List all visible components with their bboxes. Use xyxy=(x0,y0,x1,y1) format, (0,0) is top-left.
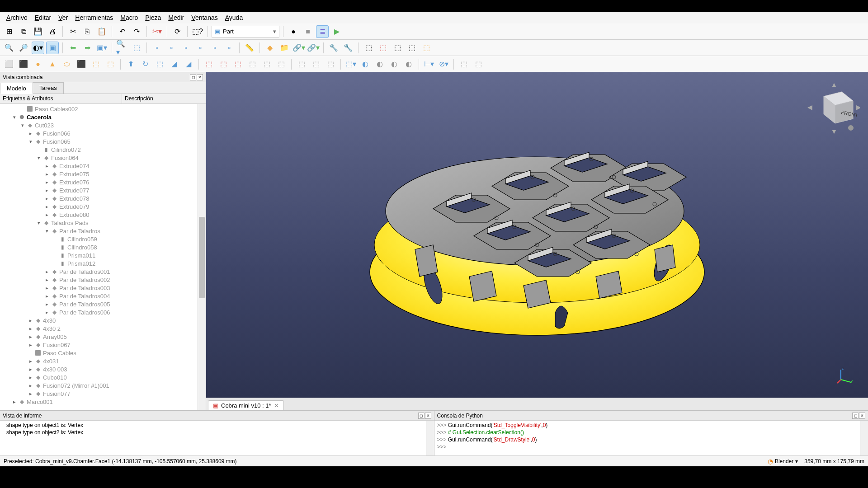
close-icon[interactable]: ✕ xyxy=(859,413,865,419)
tree-node[interactable]: ▸4x30 2 xyxy=(0,324,206,333)
boolean-icon[interactable]: ◐ xyxy=(359,58,372,70)
tree-node[interactable]: Paso Cables xyxy=(0,349,206,357)
common-icon[interactable]: ◐ xyxy=(402,58,415,70)
print-icon[interactable]: 🖨 xyxy=(46,25,59,38)
new-icon[interactable]: ⊞ xyxy=(3,25,15,38)
paste-icon[interactable]: 📋 xyxy=(95,25,108,38)
tree-node[interactable]: ▸4x30 003 xyxy=(0,365,206,373)
m1-icon[interactable]: 🔧 xyxy=(327,42,340,54)
torus-icon[interactable]: ⬭ xyxy=(61,58,73,70)
whatsthis-icon[interactable]: ⬚? xyxy=(191,25,204,38)
revolve-icon[interactable]: ↻ xyxy=(139,58,151,70)
menu-herramientas[interactable]: Herramientas xyxy=(71,13,117,23)
open-icon[interactable]: ⧉ xyxy=(17,25,30,38)
tree-node[interactable]: ▸Par de Taladros001 xyxy=(0,267,206,276)
rear-icon[interactable]: ▫ xyxy=(194,42,207,54)
proj-icon[interactable]: ⬚ xyxy=(295,58,308,70)
bottom-icon[interactable]: ▫ xyxy=(208,42,221,54)
menu-archivo[interactable]: Archivo xyxy=(3,13,31,23)
detach-icon[interactable]: ◻ xyxy=(190,74,196,80)
menu-pieza[interactable]: Pieza xyxy=(142,13,165,23)
model-tree[interactable]: Paso Cables002▾Cacerola▾Cut023▸Fusion066… xyxy=(0,104,206,410)
doc-tab[interactable]: ▣ Cobra mini v10 : 1* ✕ xyxy=(208,400,284,410)
zoom-sel-icon[interactable]: 🔎 xyxy=(17,42,30,54)
tree-node[interactable]: ▸Extrude074 xyxy=(0,162,206,170)
m5-icon[interactable]: ⬚ xyxy=(391,42,404,54)
macros-icon[interactable]: ≣ xyxy=(316,25,329,38)
tree-node[interactable]: Cilindro058 xyxy=(0,243,206,251)
tree-node[interactable]: ▾Cut023 xyxy=(0,121,206,129)
redo-icon[interactable]: ↷ xyxy=(130,25,143,38)
linkview-icon[interactable]: ▣▾ xyxy=(95,42,108,54)
rec-icon[interactable]: ● xyxy=(287,25,300,38)
tree-node[interactable]: ▸Par de Taladros003 xyxy=(0,284,206,292)
m7-icon[interactable]: ⬚ xyxy=(420,42,433,54)
tree-node[interactable]: Cilindro072 xyxy=(0,145,206,154)
tab-tasks[interactable]: Tareas xyxy=(33,82,64,94)
chamfer-icon[interactable]: ◢ xyxy=(182,58,195,70)
detach-icon[interactable]: ◻ xyxy=(418,413,425,419)
menu-ventanas[interactable]: Ventanas xyxy=(188,13,221,23)
bbox-icon[interactable]: ▣ xyxy=(46,42,59,54)
close-icon[interactable]: ✕ xyxy=(197,74,203,80)
tree-node[interactable]: ▸Extrude078 xyxy=(0,194,206,202)
cube-icon[interactable]: ⬜ xyxy=(3,58,15,70)
e3-icon[interactable]: ⬚ xyxy=(324,58,337,70)
fuse-icon[interactable]: ◐ xyxy=(388,58,401,70)
zoom-fit-icon[interactable]: 🔍 xyxy=(3,42,15,54)
tree-node[interactable]: ▸Fusion072 (Mirror #1)001 xyxy=(0,381,206,389)
check-icon[interactable]: ⬚ xyxy=(458,58,470,70)
detach-icon[interactable]: ◻ xyxy=(852,413,859,419)
drawstyle-icon[interactable]: ◐▾ xyxy=(32,42,44,54)
3d-viewport[interactable]: FRONT ▲▼ ◀▶ z y xyxy=(206,72,868,398)
tree-node[interactable]: ▸Fusion077 xyxy=(0,389,206,398)
tree-node[interactable]: Prisma011 xyxy=(0,251,206,259)
mirror-icon[interactable]: ⬚ xyxy=(153,58,166,70)
tree-node[interactable]: ▸Extrude076 xyxy=(0,178,206,186)
sphere-icon[interactable]: ● xyxy=(32,58,44,70)
fillet-icon[interactable]: ◢ xyxy=(168,58,180,70)
tree-scrollbar[interactable] xyxy=(198,104,206,410)
tree-node[interactable]: ▾Taladros Pads xyxy=(0,219,206,227)
tree-node[interactable]: ▾Fusion065 xyxy=(0,137,206,145)
link-icon[interactable]: 🔗▾ xyxy=(292,42,305,54)
cut2-icon[interactable]: ✂▾ xyxy=(151,25,163,38)
tab-model[interactable]: Modelo xyxy=(0,83,33,94)
tree-node[interactable]: ▸Extrude077 xyxy=(0,186,206,194)
split-icon[interactable]: ⊘▾ xyxy=(437,58,450,70)
m4-icon[interactable]: ⬚ xyxy=(377,42,389,54)
left-icon[interactable]: ▫ xyxy=(223,42,236,54)
tree-node[interactable]: Prisma012 xyxy=(0,259,206,267)
tree-node[interactable]: ▸Array005 xyxy=(0,333,206,341)
group-icon[interactable]: 📁 xyxy=(278,42,291,54)
cone-icon[interactable]: ▲ xyxy=(46,58,59,70)
extrude-icon[interactable]: ⬆ xyxy=(124,58,137,70)
tree-node[interactable]: ▸Par de Taladros005 xyxy=(0,300,206,308)
nav-fwd-icon[interactable]: ➡ xyxy=(81,42,94,54)
thick-icon[interactable]: ⬚ xyxy=(275,58,288,70)
ruled-icon[interactable]: ⬚ xyxy=(203,58,215,70)
refresh-icon[interactable]: ⟳ xyxy=(171,25,184,38)
tree-node[interactable]: ▾Par de Taladros xyxy=(0,227,206,235)
iso-icon[interactable]: ⬚ xyxy=(130,42,143,54)
cut-icon[interactable]: ✂ xyxy=(66,25,79,38)
zoom-icon[interactable]: 🔍▾ xyxy=(116,42,128,54)
measure-icon[interactable]: 📏 xyxy=(243,42,256,54)
attach-icon[interactable]: ⬚ xyxy=(310,58,322,70)
sweep-icon[interactable]: ⬚ xyxy=(231,58,244,70)
menu-medir[interactable]: Medir xyxy=(165,13,188,23)
right-icon[interactable]: ▫ xyxy=(179,42,192,54)
top-icon[interactable]: ▫ xyxy=(165,42,178,54)
copy-icon[interactable]: ⎘ xyxy=(81,25,94,38)
menu-macro[interactable]: Macro xyxy=(117,13,142,23)
offset-icon[interactable]: ⬚ xyxy=(246,58,259,70)
close-icon[interactable]: ✕ xyxy=(274,402,279,409)
tree-node[interactable]: Cilindro059 xyxy=(0,235,206,243)
tree-node[interactable]: ▸Extrude075 xyxy=(0,170,206,178)
offset2-icon[interactable]: ⬚ xyxy=(260,58,273,70)
defeature-icon[interactable]: ⬚ xyxy=(472,58,485,70)
builder-icon[interactable]: ⬚ xyxy=(104,58,117,70)
tree-node[interactable]: ▸Fusion067 xyxy=(0,341,206,349)
tree-node[interactable]: ▸Extrude080 xyxy=(0,211,206,219)
loft-icon[interactable]: ⬚ xyxy=(217,58,230,70)
